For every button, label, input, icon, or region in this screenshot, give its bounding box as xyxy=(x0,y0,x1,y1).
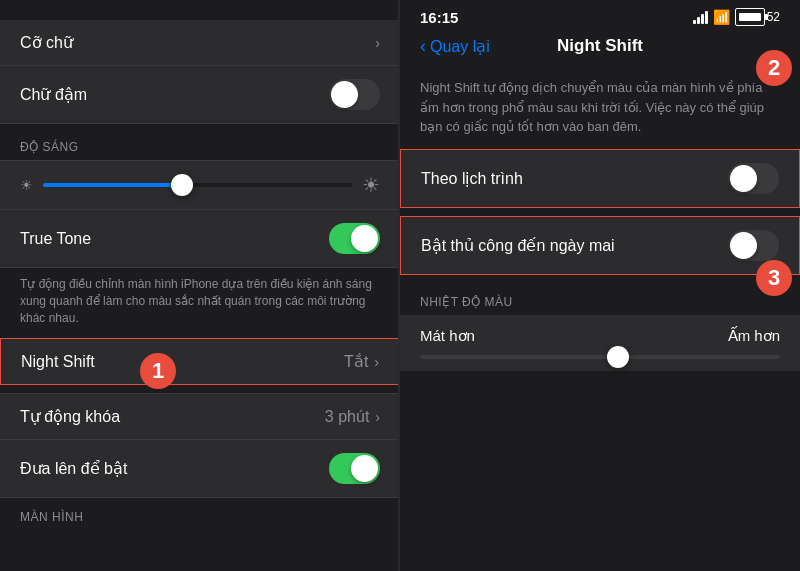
badge-3: 3 xyxy=(756,260,792,296)
bat-thu-cong-row[interactable]: Bật thủ công đến ngày mai xyxy=(400,216,800,275)
true-tone-description: Tự động điều chỉnh màn hình iPhone dựa t… xyxy=(0,268,400,334)
chu-dam-label: Chữ đậm xyxy=(20,85,87,104)
chu-dam-toggle[interactable] xyxy=(329,79,380,110)
back-button[interactable]: ‹ Quay lại xyxy=(420,36,490,57)
true-tone-label: True Tone xyxy=(20,230,91,248)
raise-label: Đưa lên để bật xyxy=(20,459,127,478)
nav-bar: ‹ Quay lại Night Shift xyxy=(400,30,800,66)
co-chu-row[interactable]: Cỡ chữ › xyxy=(0,20,400,66)
night-shift-chevron: › xyxy=(374,354,379,370)
nhiet-do-section-label: NHIỆT ĐỘ MÀU xyxy=(400,283,800,315)
badge-2: 2 xyxy=(756,50,792,86)
right-panel: 16:15 📶 52 ‹ Quay lại xyxy=(400,0,800,571)
night-shift-value-group: Tắt › xyxy=(344,352,379,371)
auto-lock-chevron: › xyxy=(375,409,380,425)
co-chu-label: Cỡ chữ xyxy=(20,33,73,52)
nhiet-do-thumb[interactable] xyxy=(607,346,629,368)
am-hon-label: Ấm hơn xyxy=(728,327,780,345)
chevron-left-icon: ‹ xyxy=(420,36,426,57)
brightness-section: ☀ ☀ xyxy=(0,160,400,210)
night-shift-row[interactable]: Night Shift Tắt › xyxy=(0,338,400,385)
true-tone-toggle[interactable] xyxy=(329,223,380,254)
brightness-fill xyxy=(43,183,182,187)
co-chu-chevron: › xyxy=(375,35,380,51)
auto-lock-label: Tự động khóa xyxy=(20,407,120,426)
nhiet-do-labels: Mát hơn Ấm hơn xyxy=(420,327,780,345)
raise-row[interactable]: Đưa lên để bật xyxy=(0,440,400,498)
bat-thu-cong-toggle[interactable] xyxy=(728,230,779,261)
nhiet-do-row: Mát hơn Ấm hơn xyxy=(400,315,800,371)
mat-hon-label: Mát hơn xyxy=(420,327,475,345)
bat-thu-cong-label: Bật thủ công đến ngày mai xyxy=(421,236,615,255)
auto-lock-value-group: 3 phút › xyxy=(325,408,380,426)
left-panel: Cỡ chữ › Chữ đậm ĐỘ SÁNG ☀ ☀ True Tone xyxy=(0,0,400,571)
night-shift-description: Night Shift tự động dịch chuyển màu của … xyxy=(400,66,800,149)
back-label: Quay lại xyxy=(430,37,490,56)
auto-lock-row[interactable]: Tự động khóa 3 phút › xyxy=(0,393,400,440)
night-shift-value-text: Tắt xyxy=(344,352,368,371)
auto-lock-value-text: 3 phút xyxy=(325,408,369,426)
signal-icon xyxy=(693,10,708,24)
raise-toggle[interactable] xyxy=(329,453,380,484)
brightness-track[interactable] xyxy=(43,183,352,187)
theo-lich-trinh-toggle[interactable] xyxy=(728,163,779,194)
true-tone-row[interactable]: True Tone xyxy=(0,210,400,268)
status-time: 16:15 xyxy=(420,9,458,26)
theo-lich-trinh-label: Theo lịch trình xyxy=(421,169,523,188)
status-icons: 📶 52 xyxy=(693,8,780,26)
sun-large-icon: ☀ xyxy=(362,173,380,197)
do-sang-section-label: ĐỘ SÁNG xyxy=(0,124,400,160)
badge-1: 1 xyxy=(140,353,176,389)
night-shift-label: Night Shift xyxy=(21,353,95,371)
man-hinh-label: MÀN HÌNH xyxy=(0,498,400,528)
theo-lich-trinh-row[interactable]: Theo lịch trình xyxy=(400,149,800,208)
chu-dam-row[interactable]: Chữ đậm xyxy=(0,66,400,124)
status-bar: 16:15 📶 52 xyxy=(400,0,800,30)
wifi-icon: 📶 xyxy=(713,9,730,25)
battery-icon: 52 xyxy=(735,8,780,26)
nav-title: Night Shift xyxy=(557,36,643,56)
battery-level-text: 52 xyxy=(767,10,780,24)
nhiet-do-track[interactable] xyxy=(420,355,780,359)
sun-small-icon: ☀ xyxy=(20,177,33,193)
brightness-thumb[interactable] xyxy=(171,174,193,196)
